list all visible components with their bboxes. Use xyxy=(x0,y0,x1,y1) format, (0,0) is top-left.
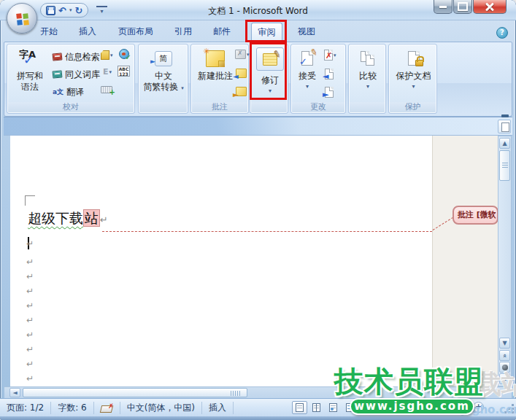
english-assistance-button[interactable]: E ▾ xyxy=(103,67,112,77)
dropdown-icon: ▾ xyxy=(247,52,250,58)
undo-icon[interactable]: ↶ xyxy=(58,6,66,15)
previous-change-button[interactable]: ◄ xyxy=(325,69,334,79)
paragraph-mark-icon: ↵ xyxy=(26,373,34,384)
thesaurus-button[interactable]: 同义词库 xyxy=(53,68,100,81)
paragraph-mark-icon: ↵ xyxy=(26,238,34,249)
scroll-left-button[interactable]: ◄ xyxy=(9,388,20,397)
scroll-down-button[interactable]: ▼ xyxy=(499,338,510,349)
paragraph-mark-icon: ↵ xyxy=(26,330,34,340)
ruler-band xyxy=(4,117,512,136)
new-comment-button[interactable]: ✳ 新建批注 xyxy=(195,47,236,82)
track-changes-label: 修订 xyxy=(261,75,279,86)
resize-grip[interactable] xyxy=(504,404,514,413)
comment-anchor[interactable]: 站 xyxy=(83,209,100,227)
document-page[interactable]: 超级下载站↵ ↵ ↵ ↵ ↵ ↵ ↵ ↵ ↵ ↵ ↵ xyxy=(10,136,432,386)
web-layout-view-button[interactable] xyxy=(326,401,341,414)
paragraph-mark-icon: ↵ xyxy=(100,214,108,225)
minimize-button[interactable] xyxy=(434,0,453,14)
group-label-tracking xyxy=(251,102,287,112)
ruler-toggle-button[interactable] xyxy=(498,120,511,133)
vertical-scrollbar[interactable]: ▲ ▼ « « xyxy=(498,136,512,386)
track-changes-button[interactable]: ✎ 修订 ▾ xyxy=(255,47,285,94)
redo-icon[interactable]: ↻ xyxy=(74,6,82,15)
close-button[interactable] xyxy=(473,0,507,14)
chinese-conversion-button[interactable]: ► 简 中文 简繁转换 ▾ xyxy=(142,47,185,93)
horizontal-scrollbar[interactable]: ◄ xyxy=(4,386,512,398)
new-comment-label: 新建批注 xyxy=(198,71,233,82)
next-change-icon: ► xyxy=(325,87,334,98)
tab-review[interactable]: 审阅 xyxy=(251,23,282,42)
outline-view-button[interactable] xyxy=(342,401,358,414)
comment-balloon[interactable]: 批注 [微软 xyxy=(453,206,498,225)
previous-comment-button[interactable]: ◄ xyxy=(236,69,247,78)
group-label-changes: 更改 xyxy=(292,102,344,112)
delete-comment-button[interactable]: ✗ ▾ xyxy=(235,50,250,59)
vertical-scrollbar-thumb[interactable] xyxy=(499,150,510,181)
track-changes-button-frame: ✎ xyxy=(256,47,284,71)
word-count-button[interactable]: ABC 123 xyxy=(118,66,130,77)
horizontal-scrollbar-thumb[interactable] xyxy=(23,388,247,397)
research-icon xyxy=(53,52,63,61)
accept-label: 接受 xyxy=(299,71,316,82)
full-screen-reading-view-button[interactable] xyxy=(309,401,324,414)
tab-references[interactable]: 引用 xyxy=(166,23,200,42)
research-button[interactable]: 信息检索 xyxy=(53,50,100,63)
star-icon: ✳ xyxy=(203,46,209,57)
office-button[interactable] xyxy=(7,3,37,34)
status-language[interactable]: 中文(简体，中国) xyxy=(120,402,202,414)
group-changes: ✓ ✎ 接受 ▾ ✗ ▾ ◄ ► xyxy=(290,44,346,114)
status-insert-mode[interactable]: 插入 xyxy=(202,402,234,414)
tab-insert[interactable]: 插入 xyxy=(71,23,104,42)
spelling-label: 拼写和 xyxy=(17,71,43,82)
ime-pad-button[interactable]: + xyxy=(101,86,112,93)
pencil-icon: ✎ xyxy=(309,47,319,59)
tab-home[interactable]: 开始 xyxy=(32,23,66,42)
set-language-button[interactable]: ✓ xyxy=(119,49,129,59)
new-comment-icon: ✳ xyxy=(206,50,225,67)
select-browse-object-button[interactable] xyxy=(499,362,510,373)
print-layout-view-button[interactable] xyxy=(292,401,307,414)
pencil-icon: ✎ xyxy=(272,48,282,61)
tab-page-layout[interactable]: 页面布局 xyxy=(109,23,162,42)
dropdown-icon: ▾ xyxy=(366,83,369,90)
status-word-count[interactable]: 字数: 6 xyxy=(51,402,94,414)
tab-mailings[interactable]: 邮件 xyxy=(205,23,239,42)
group-protect: 保护文档 ▾ 保护 xyxy=(388,44,437,114)
document-text-line[interactable]: 超级下载站↵ xyxy=(28,209,108,228)
paragraph-mark-icon: ↵ xyxy=(26,315,34,325)
customize-qat-icon[interactable]: ▾ xyxy=(96,6,107,16)
next-change-button[interactable]: ► xyxy=(325,87,334,98)
translation-screentip-button[interactable]: ▾ xyxy=(101,50,113,60)
undo-dropdown-icon[interactable]: ▾ xyxy=(69,7,72,13)
browse-object-icon xyxy=(502,365,508,370)
tab-view[interactable]: 视图 xyxy=(290,23,323,42)
status-proofing[interactable]: ✗ xyxy=(94,402,120,414)
save-icon[interactable] xyxy=(46,6,55,15)
page-icon xyxy=(366,55,374,66)
status-insert-mode-label: 插入 xyxy=(209,402,226,414)
cross-icon: ✗ xyxy=(326,51,332,61)
dropdown-icon: ▾ xyxy=(412,83,415,90)
research-label: 信息检索 xyxy=(65,51,100,63)
scroll-up-button[interactable]: ▲ xyxy=(499,138,510,149)
spelling-grammar-button[interactable]: 字A ✓ 拼写和 语法 xyxy=(10,47,50,93)
english-assistance-icon: E xyxy=(103,67,109,77)
zoom-in-button[interactable]: + xyxy=(473,402,484,413)
status-page[interactable]: 页面: 1/2 xyxy=(0,402,51,414)
previous-page-button[interactable]: « xyxy=(499,350,510,361)
next-comment-button[interactable]: ► xyxy=(236,87,247,96)
heading-text: 超级下载 xyxy=(28,210,83,226)
group-tracking: ✎ 修订 ▾ xyxy=(250,44,288,114)
help-icon[interactable]: ? xyxy=(496,27,508,39)
protect-document-button[interactable]: 保护文档 ▾ xyxy=(393,47,434,90)
delete-comment-icon: ✗ xyxy=(235,50,246,59)
maximize-button[interactable] xyxy=(453,0,472,14)
accept-button[interactable]: ✓ ✎ 接受 ▾ xyxy=(293,47,321,90)
translate-button[interactable]: a文 翻译 xyxy=(53,85,84,98)
reject-button[interactable]: ✗ ▾ xyxy=(324,50,336,61)
next-page-button[interactable]: « xyxy=(499,373,510,384)
full-screen-reading-icon xyxy=(312,403,320,412)
dropdown-icon: ▾ xyxy=(306,83,309,90)
compare-button[interactable]: 比较 ▾ xyxy=(354,47,382,90)
split-handle[interactable] xyxy=(501,114,509,117)
